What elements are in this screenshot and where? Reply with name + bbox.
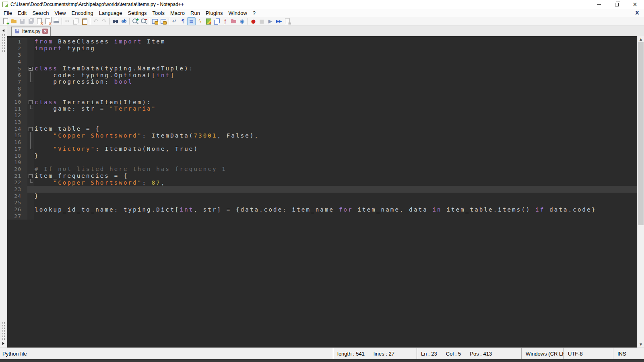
close-all-button[interactable]: × [43,17,52,25]
macro-stop-button[interactable]: ■ [258,17,266,25]
code-line-20[interactable]: 20# If not listed here then has frequenc… [7,166,637,173]
tab-bar: Items.py [0,26,644,36]
code-line-7[interactable]: 7 progression: bool [7,78,637,85]
sync-vertical-scroll-button[interactable] [151,17,159,25]
paste-button[interactable] [80,17,89,25]
code-text [34,213,637,220]
fold-toggle-icon[interactable] [27,125,34,132]
fold-margin [27,193,34,200]
code-line-22[interactable]: 22 "Copper Shortsword": 87, [7,179,637,186]
menu-run[interactable]: Run [188,9,203,17]
dock-grip-top[interactable] [2,34,5,52]
show-all-characters-button[interactable]: ¶ [179,17,187,25]
menu-macro[interactable]: Macro [167,9,188,17]
code-line-6[interactable]: 6 code: typing.Optional[int] [7,72,637,78]
code-line-17[interactable]: 17 "Victory": ItemData(None, True) [7,146,637,152]
menu-language[interactable]: Language [96,9,125,17]
monitoring-button[interactable]: ◉ [238,17,246,25]
code-line-21[interactable]: 21item_frequencies = { [7,173,637,179]
doc-lightning-button[interactable]: ϟ [196,17,204,25]
redo-button[interactable]: ↷ [100,17,108,25]
print-button[interactable] [52,17,60,25]
code-line-14[interactable]: 14item_table = { [7,125,637,132]
status-lines: lines : 27 [374,351,394,357]
macro-run-multiple-button[interactable]: ▶▶ [275,17,283,25]
code-line-25[interactable]: 25 [7,200,637,206]
document-map-button[interactable] [204,17,213,25]
sync-horizontal-scroll-button[interactable] [159,17,167,25]
macro-save-button[interactable]: ≡ [283,17,291,25]
code-line-15[interactable]: 15 "Copper Shortsword": ItemData(73001, … [7,132,637,139]
scroll-down-icon[interactable]: ▼ [638,341,644,348]
document-list-button[interactable] [213,17,221,25]
tab-close-icon[interactable] [42,29,48,34]
status-insert-mode[interactable]: INS [613,348,644,359]
code-editor[interactable]: 1from BaseClasses import Item2import typ… [7,36,637,348]
code-line-9[interactable]: 9 [7,92,637,99]
undo-button[interactable]: ↶ [91,17,100,25]
code-line-8[interactable]: 8 [7,85,637,92]
new-file-button[interactable]: + [1,17,10,25]
scroll-up-icon[interactable]: ▲ [638,36,644,42]
code-line-12[interactable]: 12 [7,112,637,119]
folder-as-workspace-button[interactable] [229,17,238,25]
menu-file[interactable]: File [1,9,15,17]
line-number: 17 [7,146,27,152]
code-line-1[interactable]: 1from BaseClasses import Item [7,38,637,45]
save-all-button[interactable] [27,17,35,25]
macro-play-button[interactable]: ▶ [266,17,275,25]
open-file-button[interactable] [10,17,18,25]
close-document-button[interactable]: X [635,10,639,16]
menu-encoding[interactable]: Encoding [69,9,96,17]
code-line-16[interactable]: 16 [7,139,637,146]
code-line-19[interactable]: 19 [7,159,637,166]
code-line-3[interactable]: 3 [7,51,637,58]
tab-items-py[interactable]: Items.py [11,27,51,36]
menu-settings[interactable]: Settings [125,9,150,17]
code-line-11[interactable]: 11 game: str = "Terraria" [7,105,637,112]
code-line-24[interactable]: 24} [7,193,637,200]
dock-collapse-left-icon[interactable] [2,29,4,32]
function-list-button[interactable]: ƒ [221,17,229,25]
dock-grip-bottom[interactable] [2,322,5,340]
code-line-27[interactable]: 27 [7,213,637,220]
code-line-26[interactable]: 26lookup_id_to_name: typing.Dict[int, st… [7,206,637,213]
show-indent-guide-button[interactable]: ≡ [187,17,196,25]
word-wrap-button[interactable]: ↵ [170,17,179,25]
menu-help[interactable]: ? [250,9,258,17]
close-file-button[interactable]: × [35,17,43,25]
zoom-out-button[interactable]: − [139,17,148,25]
close-button[interactable]: × [626,0,644,9]
restore-button[interactable] [608,0,626,9]
menu-search[interactable]: Search [29,9,52,17]
save-file-button[interactable] [18,17,27,25]
fold-toggle-icon[interactable] [27,99,34,105]
menu-plugins[interactable]: Plugins [203,9,226,17]
dock-expand-right-icon[interactable] [2,342,4,345]
menu-window[interactable]: Window [226,9,250,17]
fold-toggle-icon[interactable] [27,65,34,72]
title-bar[interactable]: C:\Users\Dood\Documents\tmp\Archipelago\… [0,0,644,9]
copy-button[interactable] [72,17,80,25]
code-line-23[interactable]: 23 [7,186,637,193]
menu-view[interactable]: View [52,9,69,17]
toolbar-separator [129,18,130,25]
code-line-2[interactable]: 2import typing [7,45,637,52]
code-line-18[interactable]: 18} [7,152,637,159]
macro-record-button[interactable]: ● [249,17,258,25]
vertical-scrollbar[interactable]: ▲ ▼ [637,36,644,348]
code-line-4[interactable]: 4 [7,58,637,65]
code-line-10[interactable]: 10class TerrariaItem(Item): [7,99,637,105]
find-button[interactable] [111,17,120,25]
zoom-in-button[interactable]: + [131,17,139,25]
fold-toggle-icon[interactable] [27,173,34,179]
code-line-5[interactable]: 5class ItemData(typing.NamedTuple): [7,65,637,72]
cut-button[interactable]: ✂ [63,17,72,25]
scrollbar-thumb[interactable] [638,42,644,225]
fold-margin [27,152,34,159]
menu-tools[interactable]: Tools [150,9,167,17]
menu-edit[interactable]: Edit [15,9,29,17]
minimize-button[interactable] [590,0,608,9]
replace-button[interactable]: ab [120,17,128,25]
code-line-13[interactable]: 13 [7,119,637,125]
